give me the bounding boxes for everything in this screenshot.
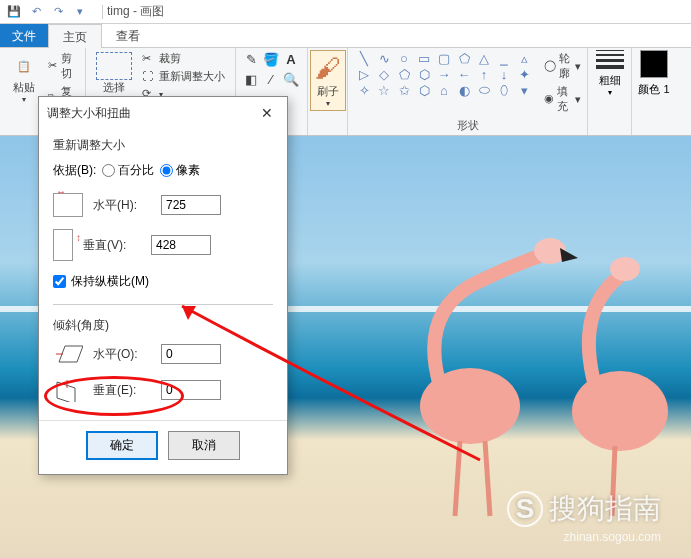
outline-icon: ◯ — [544, 59, 556, 73]
tab-strip: 文件 主页 查看 — [0, 24, 691, 48]
stroke-button[interactable]: 粗细 ▾ — [594, 50, 626, 97]
fill-icon[interactable]: 🪣 — [262, 50, 280, 68]
skew-h-icon — [53, 342, 83, 366]
clipboard-icon: 📋 — [10, 52, 38, 80]
select-icon — [96, 52, 132, 80]
shape-fill-button[interactable]: ◉填充▾ — [542, 83, 583, 115]
resize-skew-dialog: 调整大小和扭曲 ✕ 重新调整大小 依据(B): 百分比 像素 ↔ 水平(H): … — [38, 96, 288, 475]
watermark-url: zhinan.sogou.com — [564, 530, 661, 544]
undo-icon[interactable]: ↶ — [26, 3, 46, 21]
cancel-button[interactable]: 取消 — [168, 431, 240, 460]
ok-button[interactable]: 确定 — [86, 431, 158, 460]
vertical-icon: ↕ — [53, 229, 73, 261]
skew-section-label: 倾斜(角度) — [53, 317, 273, 334]
svg-line-3 — [455, 441, 460, 516]
horizontal-label: 水平(H): — [93, 197, 151, 214]
vertical-label: 垂直(V): — [83, 237, 141, 254]
horizontal-input[interactable] — [161, 195, 221, 215]
cut-button[interactable]: ✂剪切 — [46, 50, 79, 82]
shapes-gallery[interactable]: ╲∿○▭▢⬠△⎯▵ ▷◇⬠⬡→←↑↓✦ ✧☆✩⬡⌂◐⬭⬯▾ — [354, 50, 534, 98]
pencil-icon[interactable]: ✎ — [242, 50, 260, 68]
fill-shape-icon: ◉ — [544, 92, 554, 106]
scissors-icon: ✂ — [48, 59, 58, 73]
resize-button[interactable]: ⛶重新调整大小 — [140, 68, 227, 85]
color1-button[interactable]: 颜色 1 — [638, 50, 669, 97]
close-button[interactable]: ✕ — [255, 103, 279, 123]
close-icon: ✕ — [261, 105, 273, 121]
paste-button[interactable]: 📋 粘贴▾ — [6, 50, 42, 106]
by-label: 依据(B): — [53, 162, 96, 179]
shapes-label: 形状 — [354, 116, 581, 135]
horizontal-icon: ↔ — [53, 193, 83, 217]
eyedropper-icon[interactable]: ⁄ — [262, 70, 280, 88]
skew-h-label: 水平(O): — [93, 346, 151, 363]
radio-percent[interactable]: 百分比 — [102, 162, 154, 179]
save-icon[interactable]: 💾 — [4, 3, 24, 21]
text-icon[interactable]: A — [282, 50, 300, 68]
radio-pixels[interactable]: 像素 — [160, 162, 200, 179]
magnifier-icon[interactable]: 🔍 — [282, 70, 300, 88]
resize-section-label: 重新调整大小 — [53, 137, 273, 154]
tab-home[interactable]: 主页 — [48, 24, 102, 48]
skew-h-input[interactable] — [161, 344, 221, 364]
aspect-checkbox[interactable] — [53, 275, 66, 288]
skew-v-input[interactable] — [161, 380, 221, 400]
qat-dropdown-icon[interactable]: ▾ — [70, 3, 90, 21]
color-swatch — [640, 50, 668, 78]
skew-v-icon — [53, 378, 83, 402]
aspect-label: 保持纵横比(M) — [71, 273, 149, 290]
tab-file[interactable]: 文件 — [0, 24, 48, 47]
dialog-title: 调整大小和扭曲 — [47, 105, 131, 122]
svg-point-6 — [610, 257, 640, 281]
watermark: S搜狗指南 — [507, 490, 661, 528]
redo-icon[interactable]: ↷ — [48, 3, 68, 21]
crop-button[interactable]: ✂裁剪 — [140, 50, 227, 67]
svg-point-5 — [572, 371, 668, 451]
window-title: timg - 画图 — [107, 3, 164, 20]
crop-icon: ✂ — [142, 52, 156, 66]
title-bar: 💾 ↶ ↷ ▾ timg - 画图 — [0, 0, 691, 24]
tab-view[interactable]: 查看 — [102, 24, 154, 47]
skew-v-label: 垂直(E): — [93, 382, 151, 399]
brush-icon: 🖌 — [315, 53, 341, 84]
eraser-icon[interactable]: ◧ — [242, 70, 260, 88]
svg-line-4 — [485, 441, 490, 516]
vertical-input[interactable] — [151, 235, 211, 255]
brush-button[interactable]: 🖌 刷子 ▾ — [310, 50, 346, 111]
outline-button[interactable]: ◯轮廓▾ — [542, 50, 583, 82]
stroke-icon — [594, 50, 626, 69]
resize-icon: ⛶ — [142, 70, 156, 84]
